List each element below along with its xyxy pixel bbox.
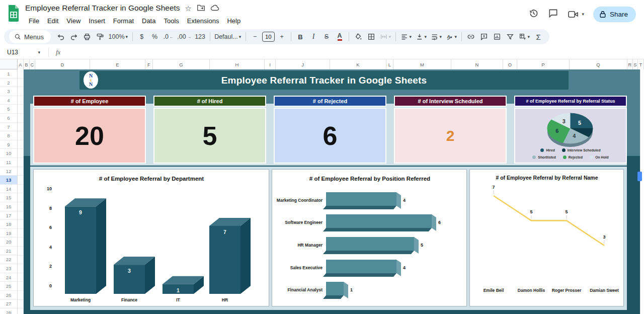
column-header-P[interactable]: P [517, 59, 570, 69]
italic-button[interactable]: I [307, 31, 319, 43]
row-header-17[interactable]: 17 [0, 211, 17, 220]
font-select[interactable]: Defaul...▾ [213, 31, 243, 43]
column-header-O[interactable]: O [503, 59, 517, 69]
row-header-11[interactable]: 11 [0, 158, 17, 167]
row-header-22[interactable]: 22 [0, 255, 17, 264]
sheets-logo-icon[interactable] [7, 5, 20, 24]
row-header-13[interactable]: 13 [0, 176, 17, 185]
column-header-C[interactable]: C [30, 59, 35, 69]
fill-color-button[interactable] [352, 31, 364, 43]
borders-button[interactable] [365, 31, 377, 43]
menu-insert[interactable]: Insert [85, 16, 109, 26]
row-header-12[interactable]: 12 [0, 167, 17, 176]
insert-chart-button[interactable] [491, 31, 503, 43]
row-header-26[interactable]: 26 [0, 291, 17, 300]
row-header-25[interactable]: 25 [0, 282, 17, 291]
menu-file[interactable]: File [25, 16, 43, 26]
row-header-7[interactable]: 7 [0, 123, 17, 132]
department-chart-card[interactable]: # of Employee Referral by Department1086… [33, 169, 269, 306]
column-header-M[interactable]: M [393, 59, 451, 69]
row-header-10[interactable]: 10 [0, 149, 17, 158]
menu-tools[interactable]: Tools [160, 16, 182, 26]
status-pie-chart[interactable]: 5463HiredInterview ScheduledShortlistedR… [514, 108, 627, 164]
text-rotation-button[interactable]: A ▾ [444, 31, 458, 43]
row-header-4[interactable]: 4 [0, 96, 17, 105]
row-header-15[interactable]: 15 [0, 193, 17, 202]
vertical-align-button[interactable]: ▾ [414, 31, 428, 43]
print-button[interactable] [81, 31, 93, 43]
zoom-select[interactable]: 100%▾ [107, 31, 129, 43]
functions-button[interactable]: Σ [532, 31, 544, 43]
menu-extensions[interactable]: Extensions [184, 16, 223, 26]
filter-views-button[interactable]: ▾ [517, 31, 531, 43]
menus-search[interactable]: Menus [9, 30, 51, 43]
horizontal-align-button[interactable]: ▾ [399, 31, 413, 43]
create-filter-button[interactable] [504, 31, 516, 43]
redo-button[interactable] [68, 31, 80, 43]
meet-video-icon[interactable]: ▾ [568, 10, 584, 19]
row-header-27[interactable]: 27 [0, 299, 17, 308]
increase-font-size-button[interactable]: + [276, 31, 288, 43]
document-title[interactable]: Employee Referral Tracker in Google Shee… [25, 4, 180, 13]
position-chart-card[interactable]: # of Employee Referral by Position Refer… [272, 169, 467, 306]
column-header-F[interactable]: F [145, 59, 153, 69]
column-header-T[interactable]: T [638, 59, 644, 69]
row-header-20[interactable]: 20 [0, 238, 17, 247]
text-color-button[interactable]: A [338, 33, 342, 41]
column-header-J[interactable]: J [276, 59, 330, 69]
meet-caret-icon[interactable]: ▾ [582, 12, 584, 17]
row-header-21[interactable]: 21 [0, 247, 17, 256]
decrease-font-size-button[interactable]: − [249, 31, 261, 43]
merge-cells-button[interactable]: ▾ [378, 31, 392, 43]
format-currency-button[interactable]: $ [136, 31, 148, 43]
column-header-A[interactable]: A [18, 59, 24, 69]
insert-comment-button[interactable] [478, 31, 490, 43]
column-header-R[interactable]: R [627, 59, 633, 69]
row-header-16[interactable]: 16 [0, 202, 17, 211]
bold-button[interactable]: B [294, 31, 306, 43]
text-wrap-button[interactable]: ▾ [429, 31, 443, 43]
row-header-24[interactable]: 24 [0, 273, 17, 282]
row-header-6[interactable]: 6 [0, 114, 17, 123]
row-header-5[interactable]: 5 [0, 105, 17, 114]
menu-edit[interactable]: Edit [44, 16, 62, 26]
row-header-8[interactable]: 8 [0, 131, 17, 140]
menu-view[interactable]: View [63, 16, 84, 26]
row-header-19[interactable]: 19 [0, 229, 17, 238]
select-all-corner[interactable] [0, 59, 18, 69]
column-header-Q[interactable]: Q [570, 59, 627, 69]
row-header-23[interactable]: 23 [0, 264, 17, 273]
column-header-H[interactable]: H [210, 59, 265, 69]
cloud-status-icon[interactable] [210, 4, 219, 13]
column-header-K[interactable]: K [330, 59, 386, 69]
referral-name-chart-card[interactable]: # of Employee Referral by Referral Name7… [469, 169, 624, 306]
row-header-9[interactable]: 9 [0, 140, 17, 149]
vertical-scrollbar[interactable] [640, 69, 644, 314]
more-formats-button[interactable]: 123 [193, 31, 206, 43]
menu-data[interactable]: Data [138, 16, 159, 26]
row-header-18[interactable]: 18 [0, 220, 17, 229]
row-header-14[interactable]: 14 [0, 185, 17, 194]
row-header-1[interactable]: 1 [0, 69, 17, 78]
scrollbar-handle[interactable] [637, 172, 642, 181]
column-header-I[interactable]: I [265, 59, 276, 69]
column-header-N[interactable]: N [451, 59, 503, 69]
paint-format-button[interactable] [94, 31, 106, 43]
comments-icon[interactable] [548, 8, 558, 21]
column-header-S[interactable]: S [633, 59, 638, 69]
row-header-28[interactable]: 28 [0, 308, 17, 314]
name-box[interactable]: U13▾ [0, 49, 45, 56]
column-header-E[interactable]: E [90, 59, 145, 69]
column-header-D[interactable]: D [35, 59, 90, 69]
decrease-decimals-button[interactable]: .0← [162, 31, 175, 43]
menu-format[interactable]: Format [110, 16, 137, 26]
strikethrough-button[interactable]: S [320, 31, 333, 43]
star-icon[interactable]: ☆ [185, 5, 192, 12]
increase-decimals-button[interactable]: .00→ [176, 31, 193, 43]
share-button[interactable]: Share [593, 7, 636, 22]
column-a-cells[interactable] [18, 69, 24, 314]
font-size-input[interactable]: 10 [262, 32, 275, 42]
move-folder-icon[interactable] [197, 4, 205, 13]
column-header-G[interactable]: G [153, 59, 210, 69]
undo-button[interactable] [55, 31, 67, 43]
